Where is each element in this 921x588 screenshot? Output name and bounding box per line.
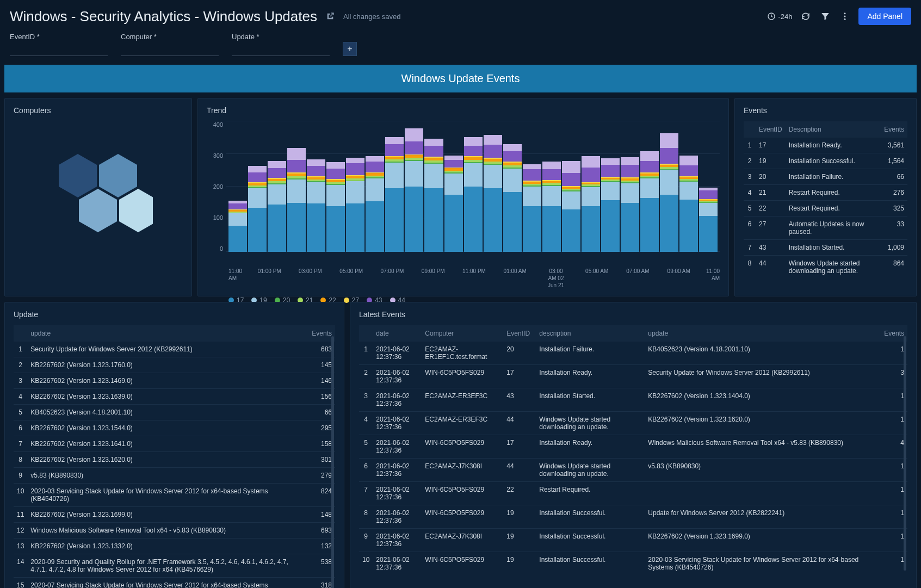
panel-title-computers: Computers bbox=[14, 106, 183, 115]
refresh-icon[interactable] bbox=[800, 10, 812, 22]
table-row[interactable]: 627Automatic Updates is now paused.33 bbox=[744, 216, 907, 240]
table-row[interactable]: 92021-06-02 12:37:36EC2AMAZ-J7K308I19Ins… bbox=[359, 529, 907, 552]
chart-bar[interactable] bbox=[621, 157, 639, 252]
chart-bar[interactable] bbox=[484, 135, 502, 252]
filter-computer-input[interactable] bbox=[121, 43, 219, 56]
section-banner: Windows Update Events bbox=[4, 65, 917, 92]
table-row[interactable]: 152020-07 Servicing Stack Update for Win… bbox=[14, 578, 335, 589]
chart-bar[interactable] bbox=[503, 144, 522, 252]
add-filter-button[interactable]: + bbox=[343, 42, 357, 56]
chart-bar[interactable] bbox=[385, 137, 404, 252]
table-row[interactable]: 844Windows Update started downloading an… bbox=[744, 256, 907, 279]
x-axis-label: 11:00 AM bbox=[228, 268, 249, 289]
table-row[interactable]: 12021-06-02 12:37:36EC2AMAZ-ER1EF1C.test… bbox=[359, 342, 907, 365]
table-row[interactable]: 102020-03 Servicing Stack Update for Win… bbox=[14, 484, 335, 507]
table-row[interactable]: 522Restart Required.325 bbox=[744, 201, 907, 216]
table-row[interactable]: 142020-09 Security and Quality Rollup fo… bbox=[14, 554, 335, 578]
scrollbar[interactable] bbox=[904, 336, 906, 571]
x-axis-label: 03:00 PM bbox=[290, 268, 331, 289]
svg-marker-6 bbox=[79, 189, 117, 232]
chart-bar[interactable] bbox=[248, 166, 267, 252]
chart-bar[interactable] bbox=[464, 137, 483, 252]
trend-chart[interactable]: 4003002001000 bbox=[207, 121, 720, 265]
panel-title-update: Update bbox=[14, 310, 335, 319]
table-row[interactable]: 219Installation Successful.1,564 bbox=[744, 153, 907, 169]
table-row[interactable]: 102021-06-02 12:37:36WIN-6C5PO5FS02919In… bbox=[359, 552, 907, 575]
chart-bar[interactable] bbox=[562, 161, 580, 252]
table-row[interactable]: 8KB2267602 (Version 1.323.1620.0)301 bbox=[14, 452, 335, 468]
table-row[interactable]: 52021-06-02 12:37:36WIN-6C5PO5FS02917Ins… bbox=[359, 435, 907, 459]
table-row[interactable]: 1Security Update for Windows Server 2012… bbox=[14, 342, 335, 357]
chart-bar[interactable] bbox=[405, 128, 423, 252]
table-row[interactable]: 6KB2267602 (Version 1.323.1544.0)295 bbox=[14, 420, 335, 436]
time-range-label: -24h bbox=[778, 13, 792, 21]
x-axis-label: 07:00 AM bbox=[617, 268, 658, 289]
x-axis-label: 07:00 PM bbox=[372, 268, 412, 289]
computers-panel: Computers bbox=[4, 98, 192, 296]
table-row[interactable]: 22021-06-02 12:37:36WIN-6C5PO5FS02917Ins… bbox=[359, 365, 907, 388]
table-row[interactable]: 62021-06-02 12:37:36EC2AMAZ-J7K308I44Win… bbox=[359, 459, 907, 482]
filter-eventid-label: EventID * bbox=[10, 33, 108, 41]
chart-bar[interactable] bbox=[307, 159, 325, 252]
more-icon[interactable] bbox=[839, 10, 851, 22]
hexbin-chart[interactable] bbox=[14, 121, 183, 263]
x-axis-label: 05:00 AM bbox=[577, 268, 617, 289]
chart-bar[interactable] bbox=[424, 139, 443, 252]
svg-point-1 bbox=[844, 13, 846, 14]
latest-events-table[interactable]: dateComputerEventIDdescriptionupdateEven… bbox=[359, 325, 907, 575]
table-row[interactable]: 12Windows Malicious Software Removal Too… bbox=[14, 523, 335, 539]
filter-icon[interactable] bbox=[819, 10, 831, 22]
add-panel-button[interactable]: Add Panel bbox=[858, 8, 911, 25]
table-row[interactable]: 320Installation Failure.66 bbox=[744, 169, 907, 185]
x-axis-label: 11:00 PM bbox=[454, 268, 495, 289]
table-row[interactable]: 4KB2267602 (Version 1.323.1639.0)156 bbox=[14, 389, 335, 405]
x-axis-label: 11:00 AM bbox=[699, 268, 720, 289]
table-row[interactable]: 2KB2267602 (Version 1.323.1760.0)145 bbox=[14, 357, 335, 373]
chart-bar[interactable] bbox=[699, 188, 718, 252]
chart-bar[interactable] bbox=[640, 151, 659, 252]
chart-bar[interactable] bbox=[346, 158, 364, 252]
chart-bar[interactable] bbox=[542, 162, 561, 252]
chart-bar[interactable] bbox=[268, 161, 286, 252]
chart-bar[interactable] bbox=[582, 156, 600, 252]
table-row[interactable]: 3KB2267602 (Version 1.323.1469.0)146 bbox=[14, 373, 335, 389]
x-axis-label: 03:00AM 02Jun 21 bbox=[535, 268, 576, 289]
time-range-selector[interactable]: -24h bbox=[767, 12, 792, 21]
table-row[interactable]: 117Installation Ready.3,561 bbox=[744, 138, 907, 153]
table-row[interactable]: 7KB2267602 (Version 1.323.1641.0)158 bbox=[14, 436, 335, 452]
x-axis-label: 01:00 AM bbox=[495, 268, 535, 289]
chart-bar[interactable] bbox=[228, 201, 247, 252]
svg-point-2 bbox=[844, 16, 846, 17]
scrollbar[interactable] bbox=[331, 336, 334, 588]
chart-bar[interactable] bbox=[326, 162, 345, 252]
table-row[interactable]: 11KB2267602 (Version 1.323.1699.0)148 bbox=[14, 507, 335, 523]
chart-bar[interactable] bbox=[660, 133, 678, 252]
events-summary-table[interactable]: EventIDDescriptionEvents117Installation … bbox=[744, 121, 907, 278]
update-table[interactable]: updateEvents1Security Update for Windows… bbox=[14, 325, 335, 588]
table-row[interactable]: 13KB2267602 (Version 1.323.1332.0)132 bbox=[14, 539, 335, 554]
filter-computer-label: Computer * bbox=[121, 33, 219, 41]
chart-bar[interactable] bbox=[287, 148, 306, 252]
latest-events-panel: Latest Events dateComputerEventIDdescrip… bbox=[350, 302, 917, 588]
panel-title-events: Events bbox=[744, 106, 907, 115]
chart-bar[interactable] bbox=[523, 164, 541, 252]
events-summary-panel: Events EventIDDescriptionEvents117Instal… bbox=[734, 98, 917, 296]
filter-eventid-input[interactable] bbox=[10, 43, 108, 56]
chart-bar[interactable] bbox=[444, 156, 463, 252]
svg-marker-5 bbox=[99, 154, 137, 197]
chart-bar[interactable] bbox=[679, 156, 698, 252]
table-row[interactable]: 743Installation Started.1,009 bbox=[744, 240, 907, 256]
filter-update-input[interactable] bbox=[232, 43, 330, 56]
table-row[interactable]: 9v5.83 (KB890830)279 bbox=[14, 468, 335, 484]
page-title: Windows - Security Analytics - Windows U… bbox=[10, 8, 317, 25]
table-row[interactable]: 72021-06-02 12:37:36WIN-6C5PO5FS02922Res… bbox=[359, 482, 907, 505]
table-row[interactable]: 42021-06-02 12:37:36EC2AMAZ-ER3EF3C44Win… bbox=[359, 412, 907, 435]
table-row[interactable]: 5KB4052623 (Version 4.18.2001.10)66 bbox=[14, 405, 335, 420]
table-row[interactable]: 421Restart Required.276 bbox=[744, 185, 907, 201]
chart-bar[interactable] bbox=[601, 158, 620, 252]
table-row[interactable]: 82021-06-02 12:37:36WIN-6C5PO5FS02919Ins… bbox=[359, 505, 907, 529]
chart-bar[interactable] bbox=[366, 156, 384, 252]
popout-icon[interactable] bbox=[324, 10, 337, 23]
table-row[interactable]: 32021-06-02 12:37:36EC2AMAZ-ER3EF3C43Ins… bbox=[359, 388, 907, 412]
update-panel: Update updateEvents1Security Update for … bbox=[4, 302, 344, 588]
